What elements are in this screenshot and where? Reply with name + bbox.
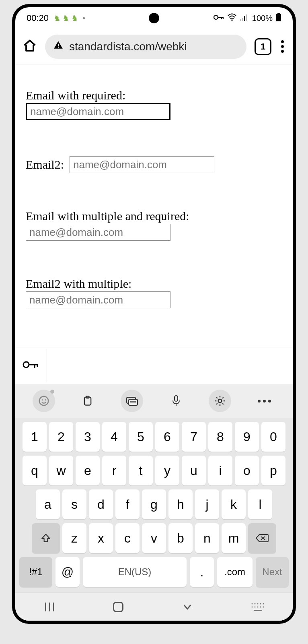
key-w[interactable]: w bbox=[49, 456, 73, 485]
field-email2-multiple: Email2 with multiple: bbox=[26, 277, 282, 308]
mic-button[interactable] bbox=[165, 390, 187, 412]
key-o[interactable]: o bbox=[235, 456, 259, 485]
android-icon: ♞ bbox=[62, 13, 70, 23]
key-4[interactable]: 4 bbox=[102, 422, 126, 452]
key-h[interactable]: h bbox=[168, 489, 193, 519]
kb-row-3: z x c v b n m bbox=[18, 523, 290, 553]
back-button[interactable] bbox=[182, 601, 193, 613]
at-key[interactable]: @ bbox=[55, 557, 80, 587]
keyboard-toolbar bbox=[15, 384, 293, 418]
key-7[interactable]: 7 bbox=[182, 422, 206, 452]
svg-point-39 bbox=[260, 606, 261, 607]
battery-text: 100% bbox=[252, 14, 273, 23]
key-l[interactable]: l bbox=[248, 489, 272, 519]
settings-button[interactable] bbox=[209, 390, 231, 412]
svg-point-28 bbox=[218, 399, 222, 403]
key-6[interactable]: 6 bbox=[155, 422, 179, 452]
emoji-button[interactable] bbox=[33, 390, 55, 412]
key-i[interactable]: i bbox=[208, 456, 232, 485]
svg-rect-8 bbox=[246, 14, 247, 21]
key-z[interactable]: z bbox=[62, 523, 86, 553]
key-q[interactable]: q bbox=[23, 456, 47, 485]
svg-point-36 bbox=[251, 606, 253, 607]
keyboard-switch-button[interactable] bbox=[251, 603, 264, 611]
email2-input[interactable] bbox=[70, 156, 214, 173]
signal-icon bbox=[240, 14, 249, 23]
key-a[interactable]: a bbox=[36, 489, 60, 519]
key-g[interactable]: g bbox=[142, 489, 166, 519]
key-f[interactable]: f bbox=[115, 489, 140, 519]
home-icon[interactable] bbox=[23, 39, 37, 55]
key-x[interactable]: x bbox=[89, 523, 113, 553]
svg-point-33 bbox=[257, 603, 258, 604]
field-email-required: Email with required: bbox=[26, 89, 282, 120]
email2-multiple-input[interactable] bbox=[26, 291, 170, 308]
key-c[interactable]: c bbox=[115, 523, 140, 553]
svg-point-37 bbox=[254, 606, 255, 607]
svg-point-31 bbox=[251, 603, 253, 604]
key-8[interactable]: 8 bbox=[208, 422, 232, 452]
url-bar[interactable]: standardista.com/webki bbox=[45, 35, 246, 59]
svg-point-4 bbox=[231, 19, 233, 21]
more-button[interactable] bbox=[253, 390, 275, 412]
page-content[interactable]: Email with required: Email2: Email with … bbox=[15, 64, 293, 347]
tab-count: 1 bbox=[261, 41, 265, 52]
svg-rect-23 bbox=[129, 399, 138, 405]
shift-key[interactable] bbox=[32, 523, 60, 553]
svg-point-17 bbox=[39, 396, 49, 406]
svg-point-0 bbox=[214, 15, 218, 19]
recents-button[interactable] bbox=[44, 603, 55, 611]
key-t[interactable]: t bbox=[129, 456, 153, 485]
key-2[interactable]: 2 bbox=[49, 422, 73, 452]
tabs-button[interactable]: 1 bbox=[255, 38, 271, 55]
browser-toolbar: standardista.com/webki 1 bbox=[15, 29, 293, 64]
space-key[interactable]: EN(US) bbox=[83, 557, 187, 587]
svg-rect-11 bbox=[58, 44, 59, 47]
key-k[interactable]: k bbox=[222, 489, 246, 519]
key-e[interactable]: e bbox=[76, 456, 100, 485]
phone-frame: 00:20 ♞ ♞ ♞ • 100% bbox=[12, 4, 296, 624]
symbols-key[interactable]: !#1 bbox=[19, 557, 52, 587]
email-multiple-required-input[interactable] bbox=[26, 224, 170, 241]
url-text: standardista.com/webki bbox=[69, 40, 187, 53]
vpn-key-icon bbox=[214, 14, 224, 23]
menu-button[interactable] bbox=[279, 39, 285, 54]
email-required-input[interactable] bbox=[26, 103, 170, 120]
key-y[interactable]: y bbox=[155, 456, 179, 485]
period-key[interactable]: . bbox=[190, 557, 214, 587]
keyboard-mode-button[interactable] bbox=[121, 390, 143, 412]
svg-point-38 bbox=[257, 606, 258, 607]
key-p[interactable]: p bbox=[261, 456, 285, 485]
key-v[interactable]: v bbox=[142, 523, 166, 553]
key-3[interactable]: 3 bbox=[76, 422, 100, 452]
next-key[interactable]: Next bbox=[256, 557, 289, 587]
key-0[interactable]: 0 bbox=[261, 422, 285, 452]
clipboard-button[interactable] bbox=[76, 390, 99, 412]
key-j[interactable]: j bbox=[195, 489, 219, 519]
svg-rect-26 bbox=[175, 396, 178, 401]
home-button[interactable] bbox=[113, 602, 123, 612]
wifi-icon bbox=[227, 13, 237, 23]
status-time: 00:20 bbox=[27, 13, 49, 23]
kb-row-2: a s d f g h j k l bbox=[18, 489, 290, 519]
key-u[interactable]: u bbox=[182, 456, 206, 485]
battery-icon bbox=[276, 13, 281, 24]
key-1[interactable]: 1 bbox=[23, 422, 47, 452]
svg-rect-5 bbox=[240, 19, 241, 21]
key-d[interactable]: d bbox=[89, 489, 113, 519]
field-email-multiple-required: Email with multiple and required: bbox=[26, 209, 282, 241]
backspace-key[interactable] bbox=[248, 523, 276, 553]
key-5[interactable]: 5 bbox=[129, 422, 153, 452]
key-s[interactable]: s bbox=[62, 489, 86, 519]
svg-rect-12 bbox=[58, 47, 59, 47]
key-b[interactable]: b bbox=[168, 523, 193, 553]
field-label: Email with multiple and required: bbox=[26, 209, 282, 223]
dotcom-key[interactable]: .com bbox=[217, 557, 253, 587]
key-9[interactable]: 9 bbox=[235, 422, 259, 452]
key-m[interactable]: m bbox=[222, 523, 246, 553]
password-key-icon[interactable] bbox=[23, 359, 39, 373]
key-n[interactable]: n bbox=[195, 523, 219, 553]
field-label: Email2: bbox=[26, 158, 64, 171]
key-r[interactable]: r bbox=[102, 456, 126, 485]
svg-rect-10 bbox=[276, 14, 281, 21]
